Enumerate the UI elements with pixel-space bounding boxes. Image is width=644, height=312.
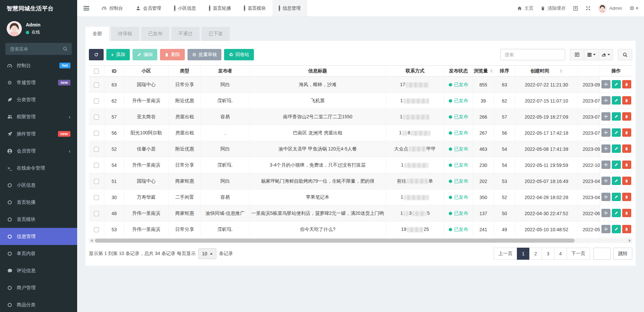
clear-cache-button[interactable]: 清除缓存 — [541, 5, 566, 11]
refresh-button[interactable] — [89, 49, 104, 60]
scroll-right-icon[interactable] — [627, 238, 632, 243]
sidebar-item-dashboard[interactable]: 控制台 hot — [0, 57, 77, 74]
prev-page-button[interactable]: 上一页 — [494, 248, 517, 260]
batch-audit-button[interactable]: ⚙ 批量审核 — [187, 49, 222, 60]
row-checkbox[interactable] — [94, 131, 99, 136]
col-community[interactable]: 小区 — [124, 66, 168, 77]
nav-tab-member-management[interactable]: 会员管理 — [129, 0, 168, 16]
sidebar-item-home-carousel[interactable]: 首页轮播 — [0, 194, 77, 211]
edit-row-button[interactable] — [612, 177, 621, 185]
add-button[interactable]: + 添加 — [106, 49, 130, 60]
sidebar-item-merchant-management[interactable]: 商户管理 — [0, 279, 77, 296]
edit-button[interactable]: 编辑 — [132, 49, 157, 60]
language-icon[interactable] — [573, 6, 578, 11]
move-button[interactable] — [601, 161, 610, 169]
delete-row-button[interactable] — [622, 209, 631, 217]
tab-rejected[interactable]: 不通过 — [171, 27, 200, 41]
delete-row-button[interactable] — [622, 177, 631, 185]
fullscreen-icon[interactable] — [586, 6, 591, 11]
delete-row-button[interactable] — [622, 193, 631, 201]
tab-pending[interactable]: 待审核 — [111, 27, 139, 41]
col-created[interactable]: 创建时间 — [515, 66, 578, 77]
edit-row-button[interactable] — [612, 112, 621, 121]
nav-tab-home-carousel[interactable]: 首页轮播 — [203, 0, 237, 16]
delete-row-button[interactable] — [622, 225, 631, 233]
row-checkbox[interactable] — [94, 195, 99, 200]
edit-row-button[interactable] — [612, 225, 621, 233]
sidebar-item-plugin-management[interactable]: 插件管理 new — [0, 125, 77, 142]
row-checkbox[interactable] — [94, 82, 99, 87]
edit-row-button[interactable] — [612, 161, 621, 169]
nav-tab-home-module[interactable]: 首页模块 — [237, 0, 272, 16]
move-button[interactable] — [601, 177, 610, 185]
table-search-input[interactable] — [500, 49, 565, 60]
sidebar-item-general-management[interactable]: ⚙ 常规管理 new — [0, 74, 77, 91]
nav-tab-info-management[interactable]: 信息管理 — [272, 0, 307, 16]
sidebar-item-comments[interactable]: 评论信息 — [0, 262, 77, 279]
row-checkbox[interactable] — [94, 147, 99, 152]
row-checkbox[interactable] — [94, 179, 99, 184]
horizontal-scrollbar[interactable] — [89, 238, 632, 243]
sidebar-item-single-page[interactable]: 单页内容 — [0, 245, 77, 262]
page-button-2[interactable]: 2 — [529, 248, 542, 260]
jump-button[interactable]: 跳转 — [613, 248, 632, 260]
delete-row-button[interactable] — [622, 144, 631, 153]
edit-row-button[interactable] — [612, 80, 621, 88]
detail-view-icon[interactable] — [570, 49, 584, 60]
row-checkbox[interactable] — [94, 99, 99, 104]
avatar[interactable] — [7, 21, 22, 36]
sidebar-item-member-management[interactable]: 会员管理 ‹ — [0, 142, 77, 160]
advanced-search-icon[interactable] — [618, 49, 632, 60]
delete-button[interactable]: 删除 — [160, 49, 185, 60]
edit-row-button[interactable] — [612, 128, 621, 137]
sort-icon[interactable] — [490, 69, 493, 73]
row-checkbox[interactable] — [94, 227, 99, 232]
home-link[interactable]: 主页 — [517, 5, 533, 11]
export-icon[interactable] — [599, 49, 613, 60]
edit-row-button[interactable] — [612, 193, 621, 201]
row-checkbox[interactable] — [94, 115, 99, 120]
sidebar-item-goods-category[interactable]: 商品分类 — [0, 296, 77, 312]
select-all-checkbox[interactable] — [94, 69, 99, 74]
move-button[interactable] — [601, 209, 610, 217]
col-title[interactable]: 信息标题 — [249, 66, 386, 77]
recycle-bin-button[interactable]: ♻ 回收站 — [224, 49, 254, 60]
edit-row-button[interactable] — [612, 144, 621, 153]
move-button[interactable] — [601, 80, 610, 88]
move-button[interactable] — [601, 112, 610, 121]
page-button-3[interactable]: 3 — [542, 248, 554, 260]
col-views[interactable]: 浏览量 — [473, 66, 494, 77]
hamburger-icon[interactable] — [77, 0, 95, 16]
page-size-select[interactable]: 10 — [198, 248, 216, 259]
move-button[interactable] — [601, 128, 610, 137]
delete-row-button[interactable] — [622, 96, 631, 105]
sidebar-item-permission-management[interactable]: 权限管理 ‹ — [0, 108, 77, 125]
col-type[interactable]: 类型 — [168, 66, 201, 77]
col-publisher[interactable]: 发布者 — [201, 66, 250, 77]
sidebar-item-community-info[interactable]: 小区信息 — [0, 177, 77, 194]
columns-toggle-icon[interactable] — [584, 49, 599, 60]
jump-page-input[interactable] — [593, 248, 611, 260]
move-button[interactable] — [601, 193, 610, 201]
menu-search-input[interactable] — [5, 43, 72, 55]
col-status[interactable]: 发布状态 — [444, 66, 473, 77]
page-button-4[interactable]: 4 — [554, 248, 567, 260]
delete-row-button[interactable] — [622, 128, 631, 137]
nav-tab-community-info[interactable]: 小区信息 — [168, 0, 203, 16]
sidebar-item-info-management[interactable]: 信息管理 — [0, 228, 77, 245]
sort-icon[interactable] — [560, 69, 562, 73]
sidebar-item-home-module[interactable]: 首页模块 — [0, 211, 77, 228]
delete-row-button[interactable] — [622, 112, 631, 121]
col-sort[interactable]: 排序 — [494, 66, 515, 77]
edit-row-button[interactable] — [612, 209, 621, 217]
move-button[interactable] — [601, 225, 610, 233]
move-button[interactable] — [601, 144, 610, 153]
tab-all[interactable]: 全部 — [86, 27, 109, 41]
sidebar-item-category-management[interactable]: 分类管理 — [0, 91, 77, 108]
edit-row-button[interactable] — [612, 96, 621, 105]
scrollbar-thumb[interactable] — [95, 239, 575, 243]
tab-published[interactable]: 已发布 — [141, 27, 169, 41]
col-contact[interactable]: 联系方式 — [386, 66, 444, 77]
nav-tab-dashboard[interactable]: 控制台 — [95, 0, 129, 16]
sidebar-item-online-command[interactable]: >_ 在线命令管理 — [0, 160, 77, 177]
